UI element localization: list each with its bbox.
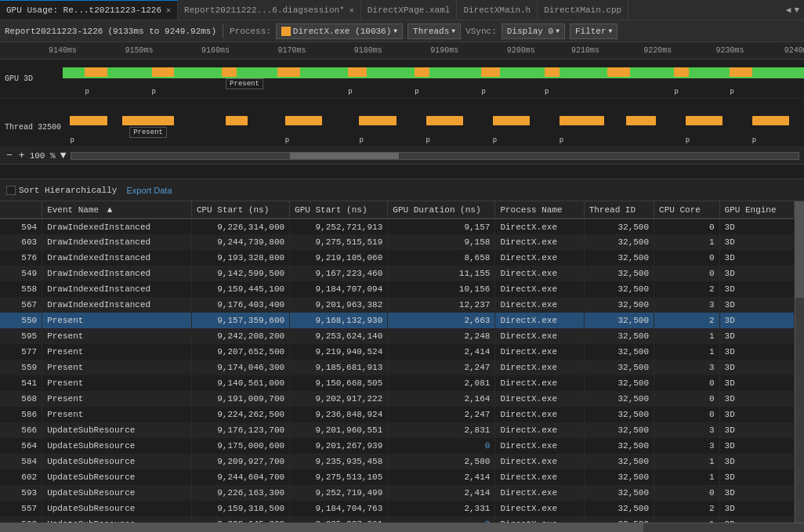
cell-cpu-start: 9,191,009,700 <box>191 391 289 407</box>
threads-selector[interactable]: Threads ▼ <box>407 24 461 39</box>
export-data-btn[interactable]: Export Data <box>126 186 172 195</box>
cell-num: 595 <box>0 328 42 344</box>
cell-cpu-start: 9,159,445,100 <box>191 281 289 297</box>
tab-directxmain-h[interactable]: DirectXMain.h <box>457 0 538 20</box>
gpu3d-content[interactable]: Present p p p p p p p p <box>63 60 804 98</box>
p-label-8: p <box>730 88 733 96</box>
cell-cpu-start: 9,209,927,700 <box>191 454 289 469</box>
display-selector[interactable]: Display 0 ▼ <box>502 24 565 39</box>
cell-event: UpdateSubResource <box>42 485 192 501</box>
thread-content[interactable]: Present p p p p p p p p <box>63 108 804 147</box>
table-row[interactable]: 566 UpdateSubResource 9,176,123,700 9,20… <box>0 422 795 438</box>
cell-cpu-core: 1 <box>654 328 719 344</box>
zoom-reset-btn[interactable]: ▼ <box>59 150 68 161</box>
table-row[interactable]: 577 Present 9,207,652,500 9,219,940,524 … <box>0 344 795 360</box>
col-header-thread[interactable]: Thread ID <box>584 201 654 219</box>
cell-thread: 32,500 <box>584 360 654 375</box>
timeline-scrollbar[interactable] <box>71 152 799 160</box>
cell-event: DrawIndexedInstanced <box>42 266 192 281</box>
tab-directxmain-cpp[interactable]: DirectXMain.cpp <box>538 0 628 20</box>
col-header-gpu-start[interactable]: GPU Start (ns) <box>290 201 388 219</box>
cell-thread: 32,500 <box>584 485 654 501</box>
zoom-out-btn[interactable]: − <box>5 150 14 161</box>
cell-num: 602 <box>0 469 42 485</box>
table-row[interactable]: 557 UpdateSubResource 9,159,318,500 9,18… <box>0 501 795 516</box>
gpu3d-orange-11 <box>730 67 751 77</box>
table-row[interactable]: 550 Present 9,157,359,600 9,168,132,930 … <box>0 313 795 328</box>
th-item-6 <box>426 116 463 125</box>
cell-gpu-dur: 2,331 <box>388 501 495 516</box>
cell-thread: 32,500 <box>584 234 654 250</box>
table-row[interactable]: 541 Present 9,140,561,000 9,150,668,505 … <box>0 375 795 391</box>
cell-gpu-engine: 3D <box>719 391 794 407</box>
filter-selector[interactable]: Filter ▼ <box>570 24 617 39</box>
table-scroll-area[interactable]: Event Name ▲ CPU Start (ns) GPU Start (n… <box>0 201 795 523</box>
table-row[interactable]: 568 Present 9,191,009,700 9,202,917,222 … <box>0 391 795 407</box>
th-item-1 <box>70 116 107 125</box>
tab-gpu-usage[interactable]: GPU Usage: Re...t20211223-1226 ✕ <box>0 0 178 20</box>
process-icon <box>281 27 291 36</box>
cell-cpu-start: 9,159,318,500 <box>191 501 289 516</box>
cell-event: UpdateSubResource <box>42 516 192 523</box>
zoom-in-btn[interactable]: + <box>17 150 27 161</box>
col-header-cpu-core[interactable]: CPU Core <box>654 201 719 219</box>
thread-label: Thread 32500 <box>0 123 63 132</box>
cell-thread: 32,500 <box>584 501 654 516</box>
table-row[interactable]: 594 DrawIndexedInstanced 9,226,314,000 9… <box>0 219 795 234</box>
horizontal-scrollbar[interactable] <box>0 523 804 532</box>
table-row[interactable]: 567 DrawIndexedInstanced 9,176,403,400 9… <box>0 297 795 313</box>
tab-report[interactable]: Report20211222...6.diagsession* ✕ <box>178 0 361 20</box>
col-header-cpu-start[interactable]: CPU Start (ns) <box>191 201 289 219</box>
sort-hierarchically-label[interactable]: Sort Hierarchically <box>6 186 117 195</box>
tab-overflow[interactable]: ◀ ▼ <box>781 5 804 15</box>
col-header-num[interactable] <box>0 201 42 219</box>
cell-gpu-engine: 3D <box>719 407 794 422</box>
cell-process: DirectX.exe <box>495 454 584 469</box>
col-header-gpu-engine[interactable]: GPU Engine <box>719 201 794 219</box>
cell-gpu-dur: 12,237 <box>388 297 495 313</box>
cell-gpu-dur: 2,247 <box>388 407 495 422</box>
table-row[interactable]: 576 DrawIndexedInstanced 9,193,328,800 9… <box>0 250 795 266</box>
cell-process: DirectX.exe <box>495 391 584 407</box>
process-selector[interactable]: DirectX.exe (10036) ▼ <box>276 24 403 39</box>
table-row[interactable]: 586 Present 9,224,262,500 9,236,848,924 … <box>0 407 795 422</box>
cell-event: DrawIndexedInstanced <box>42 281 192 297</box>
table-row[interactable]: 593 UpdateSubResource 9,226,163,300 9,25… <box>0 485 795 501</box>
table-row[interactable]: 595 Present 9,242,208,200 9,253,624,140 … <box>0 328 795 344</box>
process-label: Process: <box>230 27 271 36</box>
cell-num: 568 <box>0 391 42 407</box>
table-row[interactable]: 603 DrawIndexedInstanced 9,244,739,800 9… <box>0 234 795 250</box>
vertical-scrollbar[interactable] <box>795 201 804 523</box>
time-range: (9133ms to 9249.92ms) <box>107 27 216 36</box>
p-label-7: p <box>674 88 678 96</box>
th-item-4 <box>285 116 322 125</box>
cell-gpu-dur: 2,164 <box>388 391 495 407</box>
cell-num: 576 <box>0 250 42 266</box>
table-row[interactable]: 558 DrawIndexedInstanced 9,159,445,100 9… <box>0 281 795 297</box>
table-row[interactable]: 559 Present 9,174,046,300 9,185,681,913 … <box>0 360 795 375</box>
tab-report-close[interactable]: ✕ <box>349 5 354 15</box>
col-header-event[interactable]: Event Name ▲ <box>42 201 192 219</box>
cell-gpu-start: 9,150,668,505 <box>290 375 388 391</box>
cell-cpu-core: 0 <box>654 266 719 281</box>
col-header-gpu-dur[interactable]: GPU Duration (ns) <box>388 201 495 219</box>
cell-num: 558 <box>0 281 42 297</box>
table-row[interactable]: 582 UpdateSubResource 9,208,645,200 9,23… <box>0 516 795 523</box>
table-section: Sort Hierarchically Export Data Event Na… <box>0 179 804 532</box>
sort-hierarchically-checkbox[interactable] <box>6 186 16 195</box>
tab-gpu-usage-close[interactable]: ✕ <box>166 5 171 15</box>
cell-cpu-core: 0 <box>654 407 719 422</box>
cell-cpu-start: 9,193,328,800 <box>191 250 289 266</box>
col-header-process[interactable]: Process Name <box>495 201 584 219</box>
table-row[interactable]: 584 UpdateSubResource 9,209,927,700 9,23… <box>0 454 795 469</box>
table-row[interactable]: 564 UpdateSubResource 9,175,000,600 9,20… <box>0 438 795 454</box>
cell-gpu-engine: 3D <box>719 454 794 469</box>
table-row[interactable]: 549 DrawIndexedInstanced 9,142,599,500 9… <box>0 266 795 281</box>
cell-gpu-start: 9,184,704,763 <box>290 501 388 516</box>
table-row[interactable]: 602 UpdateSubResource 9,244,604,700 9,27… <box>0 469 795 485</box>
tab-directxpage[interactable]: DirectXPage.xaml <box>361 0 458 20</box>
gpu3d-track: GPU 3D Present p p <box>0 60 804 99</box>
track-divider <box>0 99 804 108</box>
cell-cpu-core: 0 <box>654 250 719 266</box>
cell-num: 593 <box>0 485 42 501</box>
